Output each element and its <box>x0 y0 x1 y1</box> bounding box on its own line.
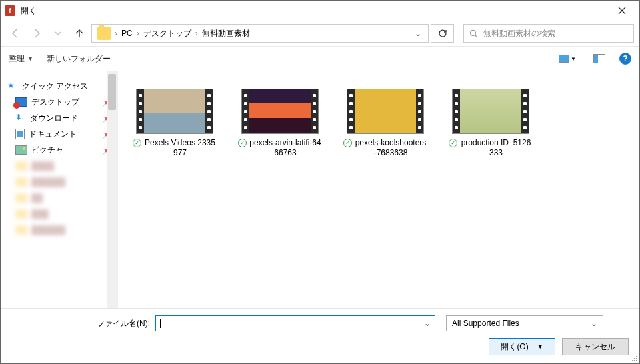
titlebar: f 開く <box>1 1 639 21</box>
star-icon: ★ <box>7 81 18 91</box>
file-item[interactable]: ✓pexels-arvin-latifi-6466763 <box>237 89 323 158</box>
sync-check-icon: ✓ <box>343 139 352 147</box>
file-name: Pexels Videos 2335977 <box>143 138 217 158</box>
svg-point-0 <box>471 30 476 35</box>
resize-grip[interactable] <box>629 353 637 361</box>
crumb-separator: › <box>135 29 141 38</box>
chevron-down-icon: ⌄ <box>591 319 597 328</box>
sidebar-item-label: ██ <box>31 193 43 203</box>
folder-icon <box>15 177 27 187</box>
breadcrumb-desktop[interactable]: デスクトップ <box>141 28 194 39</box>
sidebar-item-documents[interactable]: ドキュメント 📌 <box>1 126 117 142</box>
open-button[interactable]: 開く(O) ▼ <box>489 338 555 355</box>
film-sprocket-icon <box>311 89 318 133</box>
film-sprocket-icon <box>242 89 249 133</box>
sidebar-item-downloads[interactable]: ⬇ ダウンロード 📌 <box>1 110 117 126</box>
chevron-down-icon: ▼ <box>27 55 33 62</box>
crumb-separator: › <box>113 29 119 38</box>
open-button-label: 開く(O) <box>501 341 528 353</box>
sidebar-item-label: ダウンロード <box>30 113 78 124</box>
file-item[interactable]: ✓Pexels Videos 2335977 <box>131 89 218 158</box>
video-thumbnail <box>136 89 213 134</box>
file-item[interactable]: ✓pexels-koolshooters-7683638 <box>342 89 429 158</box>
sync-check-icon: ✓ <box>238 139 247 147</box>
file-list: ✓Pexels Videos 2335977 ✓pexels-arvin-lat… <box>118 71 639 308</box>
video-thumbnail <box>452 89 529 134</box>
desktop-icon <box>15 97 27 107</box>
sidebar-item-redacted[interactable]: ██████ <box>1 222 117 238</box>
folder-icon <box>15 209 27 219</box>
arrow-right-icon <box>31 27 43 39</box>
refresh-button[interactable] <box>431 24 454 43</box>
sidebar-item-label: ██████ <box>31 177 65 187</box>
search-input[interactable]: 無料動画素材の検索 <box>463 24 634 43</box>
organize-label: 整理 <box>9 53 25 65</box>
sidebar: ★ クイック アクセス デスクトップ 📌 ⬇ ダウンロード 📌 ドキュメント 📌… <box>1 71 118 308</box>
close-button[interactable] <box>609 1 635 20</box>
preview-pane-button[interactable] <box>590 52 609 65</box>
sidebar-item-label: ███ <box>31 209 49 219</box>
film-sprocket-icon <box>453 89 460 133</box>
arrow-up-icon <box>74 28 85 39</box>
scrollbar-thumb[interactable] <box>108 74 116 110</box>
chevron-down-icon[interactable]: ⌄ <box>424 319 431 328</box>
recent-dropdown[interactable] <box>49 24 67 43</box>
refresh-icon <box>438 29 447 38</box>
film-sprocket-icon <box>521 89 529 133</box>
sidebar-item-quick-access[interactable]: ★ クイック アクセス <box>1 78 117 94</box>
sync-check-icon: ✓ <box>449 139 457 147</box>
arrow-left-icon <box>9 27 21 39</box>
file-item[interactable]: ✓production ID_5126333 <box>447 89 534 158</box>
new-folder-button[interactable]: 新しいフォルダー <box>47 53 111 65</box>
sidebar-item-desktop[interactable]: デスクトップ 📌 <box>1 94 117 110</box>
filetype-label: All Supported Files <box>452 319 519 328</box>
search-placeholder: 無料動画素材の検索 <box>483 28 555 39</box>
filename-label: ファイル名(N): <box>97 318 150 329</box>
cancel-button[interactable]: キャンセル <box>562 338 629 355</box>
file-name: pexels-arvin-latifi-6466763 <box>249 138 322 158</box>
new-folder-label: 新しいフォルダー <box>47 53 111 65</box>
film-sprocket-icon <box>416 89 423 133</box>
filetype-select[interactable]: All Supported Files ⌄ <box>446 315 603 331</box>
crumb-separator: › <box>194 29 199 38</box>
sidebar-item-label: ピクチャ <box>31 145 63 156</box>
breadcrumb-current[interactable]: 無料動画素材 <box>199 28 253 39</box>
sidebar-item-pictures[interactable]: ピクチャ 📌 <box>1 142 117 158</box>
sync-check-icon: ✓ <box>133 139 141 147</box>
preview-pane-icon <box>593 54 605 63</box>
organize-menu[interactable]: 整理 ▼ <box>9 53 33 65</box>
sidebar-item-redacted[interactable]: ██████ <box>1 174 117 190</box>
sidebar-item-label: ████ <box>31 161 54 171</box>
nav-row: › PC › デスクトップ › 無料動画素材 ⌄ 無料動画素材の検索 <box>1 21 639 46</box>
view-mode-button[interactable]: ▼ <box>555 53 579 65</box>
address-bar[interactable]: › PC › デスクトップ › 無料動画素材 ⌄ <box>91 24 429 43</box>
folder-icon <box>15 225 27 235</box>
chevron-down-icon <box>55 30 61 37</box>
sidebar-item-label: デスクトップ <box>31 97 79 108</box>
sidebar-item-redacted[interactable]: ███ <box>1 206 117 222</box>
app-icon: f <box>5 5 15 16</box>
filename-input[interactable]: ⌄ <box>155 315 435 331</box>
file-name: production ID_5126333 <box>459 138 533 158</box>
back-button[interactable] <box>6 24 25 43</box>
split-chevron-icon: ▼ <box>533 343 543 350</box>
film-sprocket-icon <box>205 89 213 133</box>
search-icon <box>469 29 478 38</box>
thumbnail-view-icon <box>559 55 569 63</box>
up-button[interactable] <box>70 24 89 43</box>
breadcrumb-pc[interactable]: PC <box>119 29 135 38</box>
folder-icon <box>15 193 27 203</box>
sidebar-scrollbar[interactable] <box>107 71 117 308</box>
close-icon <box>618 7 626 15</box>
text-caret <box>160 319 161 328</box>
pictures-icon <box>15 145 27 155</box>
address-dropdown[interactable]: ⌄ <box>411 29 425 38</box>
sidebar-item-redacted[interactable]: ██ <box>1 190 117 206</box>
forward-button[interactable] <box>27 24 46 43</box>
chevron-down-icon: ▼ <box>571 56 576 62</box>
help-button[interactable]: ? <box>619 53 631 65</box>
download-icon: ⬇ <box>15 113 26 123</box>
sidebar-item-redacted[interactable]: ████ <box>1 158 117 174</box>
dialog-body: ★ クイック アクセス デスクトップ 📌 ⬇ ダウンロード 📌 ドキュメント 📌… <box>1 71 639 308</box>
window-title: 開く <box>21 5 37 17</box>
